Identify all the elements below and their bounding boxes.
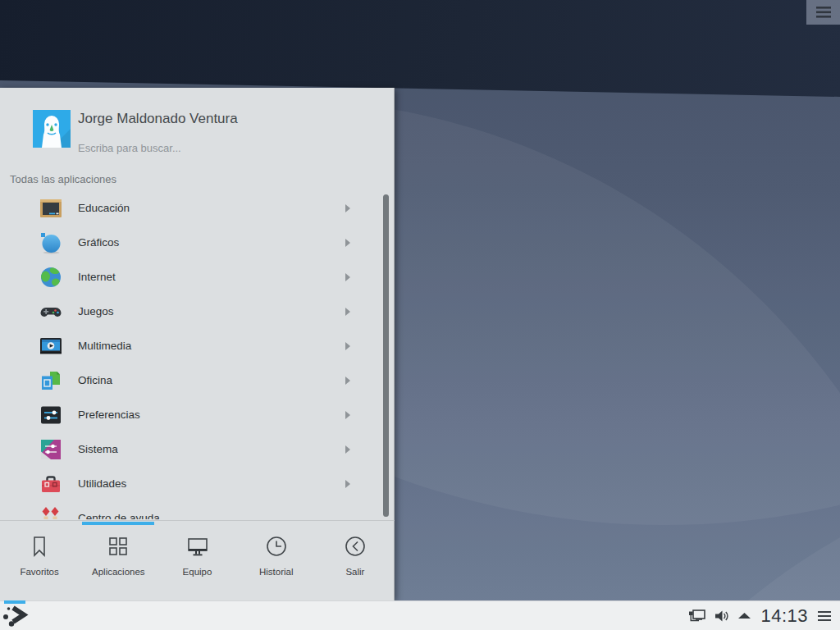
exit-icon <box>344 535 367 558</box>
toolbox-red-icon <box>39 472 62 495</box>
panel-menu-button[interactable] <box>817 609 832 623</box>
globe-icon <box>39 266 62 289</box>
volume-button[interactable] <box>714 609 730 623</box>
monitor-icon <box>186 535 209 558</box>
app-grid-icon <box>107 535 130 558</box>
blackboard-icon <box>39 197 62 220</box>
hamburger-icon <box>817 609 832 623</box>
gamepad-icon <box>39 300 62 323</box>
volume-icon <box>714 609 730 623</box>
clock[interactable]: 14:13 <box>760 605 808 627</box>
category-multimedia[interactable]: Multimedia <box>0 329 395 363</box>
active-tab-indicator <box>82 522 154 525</box>
sphere-icon <box>39 231 62 254</box>
bookmark-icon <box>28 535 51 558</box>
taskbar: 14:13 <box>0 600 840 630</box>
app-launcher-button[interactable] <box>0 601 33 630</box>
category-oficina[interactable]: Oficina <box>0 363 395 398</box>
menu-tab-bar: Favoritos Aplicaciones <box>0 521 395 600</box>
application-launcher-menu: Jorge Maldonado Ventura Escriba para bus… <box>0 88 395 600</box>
face-icon <box>33 110 71 148</box>
category-graficos[interactable]: Gráficos <box>0 226 395 260</box>
tab-salir[interactable]: Salir <box>316 521 395 600</box>
submenu-arrow-icon <box>345 377 350 385</box>
desktop-toolbox-button[interactable] <box>806 0 840 25</box>
launcher-logo-icon <box>0 601 30 629</box>
submenu-arrow-icon <box>345 411 350 419</box>
app-category-list: Educación Gráficos <box>0 191 395 519</box>
category-educacion[interactable]: Educación <box>0 191 395 226</box>
scrollbar[interactable] <box>383 194 389 517</box>
search-input[interactable]: Escriba para buscar... <box>78 142 181 154</box>
sliders-color-icon <box>39 438 62 461</box>
breadcrumb: Todas las aplicaciones <box>10 173 116 185</box>
help-icon <box>39 505 62 519</box>
expand-tray-button[interactable] <box>737 612 751 619</box>
submenu-arrow-icon <box>345 239 350 247</box>
user-avatar[interactable] <box>33 110 71 148</box>
sliders-dark-icon <box>39 404 62 427</box>
category-internet[interactable]: Internet <box>0 260 395 294</box>
submenu-arrow-icon <box>345 445 350 454</box>
system-tray: 14:13 <box>688 605 840 627</box>
category-preferencias[interactable]: Preferencias <box>0 398 395 432</box>
category-utilidades[interactable]: Utilidades <box>0 467 395 501</box>
tab-aplicaciones[interactable]: Aplicaciones <box>79 521 158 600</box>
tab-favoritos[interactable]: Favoritos <box>0 521 79 600</box>
tab-equipo[interactable]: Equipo <box>158 521 236 600</box>
network-button[interactable] <box>688 608 706 624</box>
submenu-arrow-icon <box>345 480 350 488</box>
category-juegos[interactable]: Juegos <box>0 294 395 329</box>
media-player-icon <box>39 335 62 358</box>
hamburger-icon <box>815 6 832 19</box>
launcher-active-indicator <box>4 600 25 604</box>
desktop: Jorge Maldonado Ventura Escriba para bus… <box>0 0 840 630</box>
submenu-arrow-icon <box>345 308 350 316</box>
category-sistema[interactable]: Sistema <box>0 432 395 467</box>
submenu-arrow-icon <box>345 342 350 350</box>
submenu-arrow-icon <box>345 204 350 212</box>
clock-icon <box>265 535 288 558</box>
documents-icon <box>39 369 62 392</box>
user-name: Jorge Maldonado Ventura <box>78 111 238 127</box>
caret-up-icon <box>737 612 751 619</box>
submenu-arrow-icon <box>345 273 350 281</box>
network-icon <box>688 608 706 624</box>
tab-historial[interactable]: Historial <box>237 521 316 600</box>
category-centro-de-ayuda[interactable]: Centro de ayuda <box>0 501 395 519</box>
